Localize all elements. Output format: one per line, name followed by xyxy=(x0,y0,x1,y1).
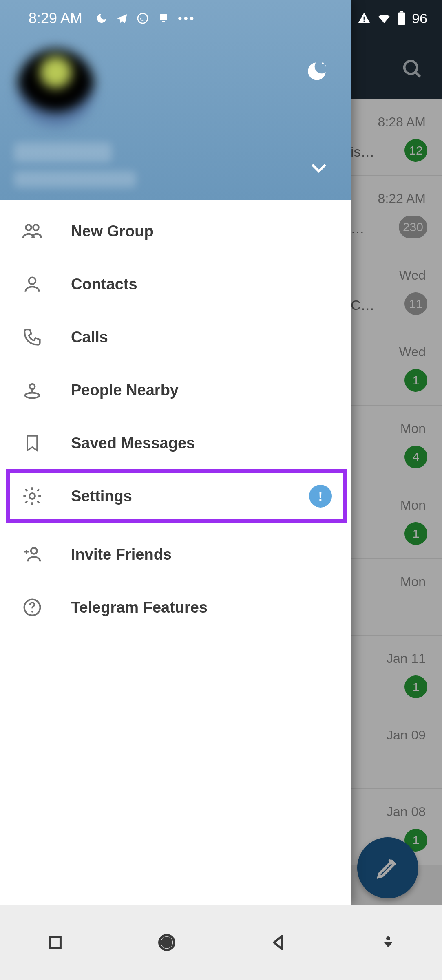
svg-point-2 xyxy=(138,13,148,23)
chat-time: Jan 09 xyxy=(387,728,426,743)
menu-settings[interactable]: Settings ! xyxy=(0,470,351,523)
svg-point-21 xyxy=(31,611,33,613)
nav-home-button[interactable] xyxy=(156,931,178,954)
menu-label: New Group xyxy=(71,223,154,240)
nearby-icon xyxy=(18,380,46,401)
user-name xyxy=(14,143,112,162)
svg-point-14 xyxy=(30,384,35,389)
svg-point-12 xyxy=(33,225,39,230)
notification-icon xyxy=(157,12,170,24)
chat-time: Wed xyxy=(399,344,426,360)
chat-preview: C… xyxy=(351,297,375,313)
chat-time: Mon xyxy=(400,498,426,513)
svg-point-10 xyxy=(325,65,326,66)
nav-ime-button[interactable] xyxy=(380,934,396,951)
menu-label: Saved Messages xyxy=(71,435,195,452)
menu-saved-messages[interactable]: Saved Messages xyxy=(0,417,351,470)
svg-point-13 xyxy=(29,277,36,284)
svg-point-26 xyxy=(386,936,390,940)
chat-time: Mon xyxy=(400,421,426,436)
menu-label: People Nearby xyxy=(71,382,179,399)
nav-recent-button[interactable] xyxy=(46,933,64,952)
phone-icon xyxy=(18,327,46,347)
svg-rect-5 xyxy=(364,17,365,20)
bookmark-icon xyxy=(18,433,46,453)
gear-icon xyxy=(18,486,46,507)
drawer-menu: New Group Contacts Calls People Nearby S… xyxy=(0,200,351,634)
svg-line-1 xyxy=(415,72,420,77)
svg-rect-3 xyxy=(160,14,167,20)
chat-preview: is… xyxy=(351,144,375,160)
svg-point-9 xyxy=(322,62,324,64)
menu-invite-friends[interactable]: Invite Friends xyxy=(0,528,351,581)
unread-badge: 12 xyxy=(404,139,427,162)
navigation-drawer: New Group Contacts Calls People Nearby S… xyxy=(0,0,351,905)
person-icon xyxy=(18,274,46,294)
warning-icon xyxy=(357,11,371,25)
battery-icon xyxy=(397,11,406,26)
menu-telegram-features[interactable]: Telegram Features xyxy=(0,581,351,634)
unread-badge: 1 xyxy=(404,522,427,545)
chat-time: 8:28 AM xyxy=(378,115,426,130)
telegram-icon xyxy=(116,12,128,24)
unread-badge: 1 xyxy=(404,369,427,392)
menu-label: Calls xyxy=(71,329,108,346)
help-icon xyxy=(18,597,46,618)
account-expand-icon[interactable] xyxy=(309,158,329,178)
avatar[interactable] xyxy=(17,49,95,126)
svg-rect-4 xyxy=(162,21,165,22)
menu-label: Telegram Features xyxy=(71,599,208,616)
night-mode-toggle[interactable] xyxy=(305,60,329,83)
svg-marker-25 xyxy=(274,936,282,949)
user-phone xyxy=(14,171,136,188)
menu-label: Settings xyxy=(71,488,132,505)
nav-back-button[interactable] xyxy=(269,933,289,952)
menu-label: Invite Friends xyxy=(71,546,172,563)
compose-fab[interactable] xyxy=(357,837,418,898)
highlight-box xyxy=(6,469,347,523)
chat-time: Wed xyxy=(399,268,426,283)
unread-badge: 11 xyxy=(404,292,427,315)
svg-point-16 xyxy=(29,493,35,499)
svg-marker-27 xyxy=(384,942,392,947)
search-icon[interactable] xyxy=(400,57,424,81)
svg-point-17 xyxy=(31,548,37,554)
invite-icon xyxy=(18,544,46,565)
svg-point-0 xyxy=(404,61,417,74)
battery-text: 96 xyxy=(412,11,427,26)
svg-rect-6 xyxy=(364,21,365,22)
menu-contacts[interactable]: Contacts xyxy=(0,258,351,311)
status-bar: 8:29 AM ••• 96 xyxy=(0,0,351,37)
unread-badge: 230 xyxy=(399,216,427,238)
chat-preview: … xyxy=(351,221,365,236)
wifi-icon xyxy=(377,11,391,26)
moon-icon xyxy=(95,12,108,24)
chat-time: Jan 08 xyxy=(387,804,426,819)
settings-alert-badge: ! xyxy=(309,485,332,508)
status-time: 8:29 AM xyxy=(29,10,82,27)
svg-point-24 xyxy=(162,938,172,947)
chat-time: 8:22 AM xyxy=(378,191,426,206)
whatsapp-icon xyxy=(136,12,149,25)
menu-new-group[interactable]: New Group xyxy=(0,205,351,258)
unread-badge: 4 xyxy=(404,446,427,468)
unread-badge: 1 xyxy=(404,675,427,698)
svg-point-11 xyxy=(26,225,31,230)
svg-rect-22 xyxy=(50,937,61,948)
menu-divider xyxy=(0,525,351,525)
svg-point-15 xyxy=(25,393,40,398)
system-nav-bar xyxy=(0,905,442,980)
more-icon: ••• xyxy=(178,11,196,25)
svg-rect-7 xyxy=(398,13,405,25)
svg-rect-8 xyxy=(400,11,403,13)
menu-people-nearby[interactable]: People Nearby xyxy=(0,364,351,417)
chat-time: Mon xyxy=(400,574,426,589)
chat-time: Jan 11 xyxy=(387,651,426,666)
menu-label: Contacts xyxy=(71,276,137,293)
menu-calls[interactable]: Calls xyxy=(0,311,351,364)
group-icon xyxy=(18,220,46,242)
